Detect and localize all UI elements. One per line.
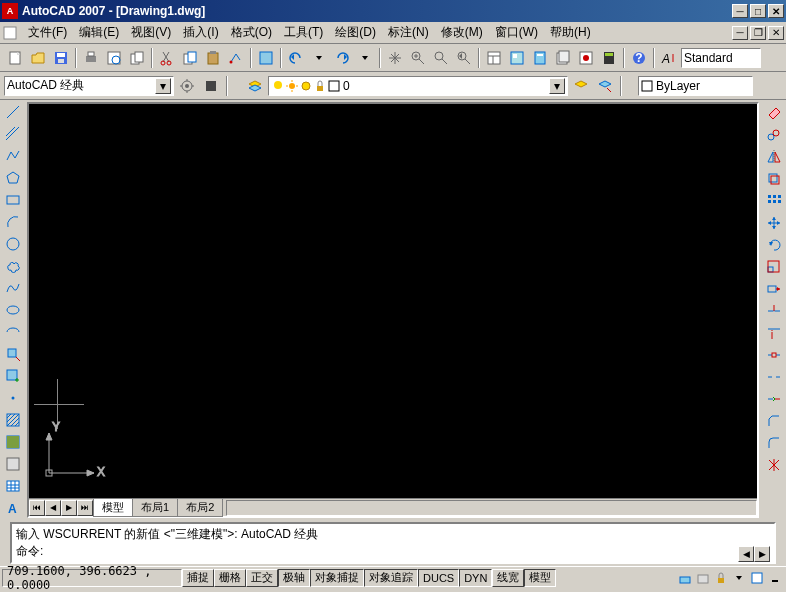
- copy-button[interactable]: [179, 47, 201, 69]
- paste-button[interactable]: [202, 47, 224, 69]
- tab-layout1[interactable]: 布局1: [132, 499, 178, 517]
- polyline-button[interactable]: [2, 146, 23, 167]
- sheet-set-button[interactable]: [552, 47, 574, 69]
- horizontal-scrollbar[interactable]: [226, 500, 757, 516]
- menu-tools[interactable]: 工具(T): [278, 22, 329, 43]
- layer-combo[interactable]: 0 ▾: [268, 76, 568, 96]
- style-combo[interactable]: Standard: [681, 48, 761, 68]
- close-button[interactable]: ✕: [768, 4, 784, 18]
- tray-cleanscreen-icon[interactable]: [748, 569, 766, 587]
- cmd-scroll-left[interactable]: ◀: [738, 546, 754, 562]
- mdi-minimize-button[interactable]: ─: [732, 26, 748, 40]
- menu-view[interactable]: 视图(V): [125, 22, 177, 43]
- break-point-button[interactable]: [763, 344, 784, 365]
- table-button[interactable]: [2, 475, 23, 496]
- hatch-button[interactable]: [2, 409, 23, 430]
- menu-help[interactable]: 帮助(H): [544, 22, 597, 43]
- extend-button[interactable]: [763, 322, 784, 343]
- mdi-close-button[interactable]: ✕: [768, 26, 784, 40]
- properties-button[interactable]: [483, 47, 505, 69]
- explode-button[interactable]: [763, 454, 784, 475]
- cut-button[interactable]: [156, 47, 178, 69]
- new-button[interactable]: [4, 47, 26, 69]
- menu-draw[interactable]: 绘图(D): [329, 22, 382, 43]
- menu-format[interactable]: 格式(O): [225, 22, 278, 43]
- rotate-button[interactable]: [763, 234, 784, 255]
- erase-button[interactable]: [763, 102, 784, 123]
- menu-edit[interactable]: 编辑(E): [73, 22, 125, 43]
- move-button[interactable]: [763, 212, 784, 233]
- text-style-icon[interactable]: A: [658, 47, 680, 69]
- layer-prev-button[interactable]: [570, 75, 592, 97]
- calc-button[interactable]: [598, 47, 620, 69]
- zoom-previous-button[interactable]: [453, 47, 475, 69]
- tab-prev-button[interactable]: ◀: [45, 500, 61, 516]
- make-block-button[interactable]: [2, 365, 23, 386]
- publish-button[interactable]: [126, 47, 148, 69]
- tray-lock-icon[interactable]: [712, 569, 730, 587]
- array-button[interactable]: [763, 190, 784, 211]
- spline-button[interactable]: [2, 278, 23, 299]
- tray-plot-icon[interactable]: [694, 569, 712, 587]
- otrack-toggle[interactable]: 对象追踪: [364, 569, 418, 587]
- rectangle-button[interactable]: [2, 190, 23, 211]
- arc-button[interactable]: [2, 212, 23, 233]
- tab-first-button[interactable]: ⏮: [29, 500, 45, 516]
- chamfer-button[interactable]: [763, 410, 784, 431]
- grid-toggle[interactable]: 栅格: [214, 569, 246, 587]
- ortho-toggle[interactable]: 正交: [246, 569, 278, 587]
- circle-button[interactable]: [2, 234, 23, 255]
- open-button[interactable]: [27, 47, 49, 69]
- layer-manager-button[interactable]: [244, 75, 266, 97]
- plot-preview-button[interactable]: [103, 47, 125, 69]
- zoom-window-button[interactable]: [430, 47, 452, 69]
- mirror-button[interactable]: [763, 146, 784, 167]
- copy-mod-button[interactable]: [763, 124, 784, 145]
- maximize-button[interactable]: □: [750, 4, 766, 18]
- menu-modify[interactable]: 修改(M): [435, 22, 489, 43]
- ducs-toggle[interactable]: DUCS: [418, 569, 459, 587]
- undo-button[interactable]: [285, 47, 307, 69]
- scale-button[interactable]: [763, 256, 784, 277]
- polygon-button[interactable]: [2, 168, 23, 189]
- menu-insert[interactable]: 插入(I): [177, 22, 224, 43]
- design-center-button[interactable]: [506, 47, 528, 69]
- match-button[interactable]: [225, 47, 247, 69]
- tab-last-button[interactable]: ⏭: [77, 500, 93, 516]
- model-toggle[interactable]: 模型: [524, 569, 556, 587]
- break-button[interactable]: [763, 366, 784, 387]
- redo-dropdown[interactable]: [354, 47, 376, 69]
- mdi-restore-button[interactable]: ❐: [750, 26, 766, 40]
- point-button[interactable]: [2, 387, 23, 408]
- tray-min-icon[interactable]: [766, 569, 784, 587]
- line-button[interactable]: [2, 102, 23, 123]
- mtext-button[interactable]: A: [2, 497, 23, 518]
- print-button[interactable]: [80, 47, 102, 69]
- ellipse-arc-button[interactable]: [2, 322, 23, 343]
- insert-block-button[interactable]: [2, 343, 23, 364]
- menu-file[interactable]: 文件(F): [22, 22, 73, 43]
- fillet-button[interactable]: [763, 432, 784, 453]
- drawing-canvas[interactable]: Y X: [29, 104, 757, 498]
- tool-palettes-button[interactable]: [529, 47, 551, 69]
- trim-button[interactable]: [763, 300, 784, 321]
- redo-button[interactable]: [331, 47, 353, 69]
- dyn-toggle[interactable]: DYN: [459, 569, 492, 587]
- layer-states-button[interactable]: [594, 75, 616, 97]
- offset-button[interactable]: [763, 168, 784, 189]
- pan-button[interactable]: [384, 47, 406, 69]
- join-button[interactable]: [763, 388, 784, 409]
- osnap-toggle[interactable]: 对象捕捉: [310, 569, 364, 587]
- minimize-button[interactable]: ─: [732, 4, 748, 18]
- snap-toggle[interactable]: 捕捉: [182, 569, 214, 587]
- block-editor-button[interactable]: [255, 47, 277, 69]
- tab-model[interactable]: 模型: [93, 499, 133, 517]
- gradient-button[interactable]: [2, 431, 23, 452]
- workspace-combo[interactable]: AutoCAD 经典 ▾: [4, 76, 174, 96]
- tray-arrow-icon[interactable]: [730, 569, 748, 587]
- tab-next-button[interactable]: ▶: [61, 500, 77, 516]
- workspace-lock-button[interactable]: [200, 75, 222, 97]
- menu-window[interactable]: 窗口(W): [489, 22, 544, 43]
- tray-comm-icon[interactable]: [676, 569, 694, 587]
- undo-dropdown[interactable]: [308, 47, 330, 69]
